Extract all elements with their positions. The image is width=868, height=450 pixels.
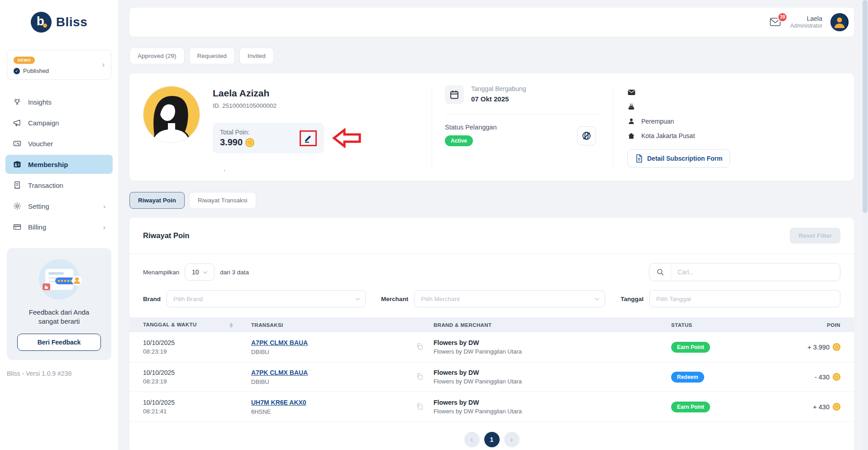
total-points-label: Total Poin: (220, 129, 254, 136)
transaction-code: DBIBU (251, 378, 308, 385)
current-page-button[interactable]: 1 (484, 432, 500, 447)
coin-icon (833, 403, 840, 411)
col-brand-merchant: BRAND & MERCHANT (434, 322, 671, 328)
brand-filter-select[interactable] (167, 290, 366, 307)
table-header: TANGGAL & WAKTU TRANSAKSI BRAND & MERCHA… (129, 317, 854, 332)
sidebar-item-setting[interactable]: Setting › (5, 196, 113, 215)
merchant-filter-select[interactable] (414, 290, 605, 307)
membership-status-tabs: Approved (29) Requested Invited (129, 48, 854, 64)
search-input[interactable] (671, 268, 840, 276)
transaction-link[interactable]: A7PK CLMX BAUA (251, 339, 308, 346)
sidebar-item-voucher[interactable]: % Voucher (5, 134, 113, 153)
demo-badge: DEMO (14, 57, 35, 64)
edit-pen-icon (303, 133, 313, 143)
home-icon (627, 132, 635, 140)
total-data-label: dari 3 data (220, 269, 249, 276)
tab-requested[interactable]: Requested (189, 48, 235, 64)
total-points-value: 3.990 (220, 137, 243, 148)
prev-page-button[interactable]: ‹ (464, 432, 480, 447)
user-avatar[interactable] (830, 13, 849, 31)
scrollbar-thumb[interactable] (863, 0, 868, 213)
sidebar: b Bliss DEMO ✓ Published › Insights Camp… (0, 0, 118, 450)
row-brand: Flowers by DW (434, 339, 671, 346)
sidebar-item-campaign[interactable]: Campaign (5, 113, 113, 132)
stray-dot: . (224, 165, 225, 172)
col-tanggal-waktu: TANGGAL & WAKTU (143, 322, 197, 327)
bliss-logo-icon: b (31, 12, 52, 33)
membership-icon (13, 160, 22, 169)
copy-icon[interactable] (415, 402, 424, 412)
visibility-off-button[interactable] (577, 126, 596, 145)
detail-subscription-button[interactable]: Detail Subscription Form (627, 149, 730, 168)
campaign-icon (13, 118, 22, 127)
feedback-message: Feedback dari Anda sangat berarti (14, 308, 104, 326)
row-merchant: Flowers by DW Paninggilan Utara (434, 408, 671, 415)
voucher-icon: % (13, 139, 22, 148)
row-time: 08:23:19 (143, 348, 251, 355)
transaction-link[interactable]: UH7M KR6E AKX0 (251, 399, 306, 406)
mail-filled-icon (627, 89, 636, 96)
row-date: 10/10/2025 (143, 399, 251, 406)
col-transaksi: TRANSAKSI (251, 322, 434, 328)
tab-riwayat-transaksi[interactable]: Riwayat Transaksi (189, 192, 256, 209)
transaction-code: DBIBU (251, 349, 308, 355)
coin-icon (245, 138, 254, 147)
date-filter-input[interactable] (649, 290, 840, 307)
riwayat-poin-card: Riwayat Poin Reset Filter Menampilkan 10… (129, 218, 854, 450)
page-size-select[interactable]: 10 (185, 263, 215, 281)
transaction-link[interactable]: A7PK CLMX BAUA (251, 369, 308, 376)
user-name: Laela (790, 14, 822, 23)
sidebar-item-transaction[interactable]: Transaction (5, 176, 113, 195)
user-meta: Laela Administrator (790, 14, 822, 30)
row-merchant: Flowers by DW Paninggilan Utara (434, 348, 671, 355)
transaction-icon (13, 181, 22, 190)
app-logo-text: Bliss (56, 15, 87, 29)
chevron-down-icon (203, 271, 208, 274)
member-city: Kota Jakarta Pusat (641, 132, 695, 139)
tab-approved[interactable]: Approved (29) (129, 48, 185, 64)
globe-off-icon (581, 130, 592, 141)
pagination: ‹ 1 › (129, 432, 854, 447)
insights-icon (13, 97, 22, 106)
reset-filter-button[interactable]: Reset Filter (790, 228, 840, 244)
notification-badge: 39 (777, 12, 787, 22)
chevron-right-icon: › (103, 202, 105, 210)
document-icon (635, 154, 643, 163)
copy-icon[interactable] (415, 342, 424, 353)
gear-icon (13, 201, 22, 211)
published-check-icon: ✓ (14, 68, 20, 74)
chevron-right-icon: › (102, 61, 105, 69)
member-gender: Perempuan (641, 118, 674, 125)
search-box (649, 263, 840, 281)
next-page-button[interactable]: › (504, 432, 520, 447)
brand-filter-label: Brand (143, 296, 161, 302)
sidebar-nav: Insights Campaign % Voucher Membership T… (0, 92, 118, 236)
chevron-down-icon (595, 297, 600, 301)
total-points-box: Total Poin: 3.990 . (213, 123, 324, 153)
row-time: 08:23:19 (143, 378, 251, 385)
search-icon[interactable] (649, 263, 671, 281)
member-gender-row: Perempuan (627, 114, 841, 129)
edit-points-button[interactable] (303, 133, 313, 144)
member-city-row: Kota Jakarta Pusat (627, 129, 841, 143)
join-date-label: Tanggal Bergabung (471, 85, 526, 92)
tab-riwayat-poin[interactable]: Riwayat Poin (129, 192, 185, 209)
member-avatar (142, 85, 201, 144)
scrollbar-track (862, 0, 868, 450)
copy-icon[interactable] (415, 372, 424, 383)
workspace-card[interactable]: DEMO ✓ Published › (7, 50, 111, 80)
tab-invited[interactable]: Invited (239, 48, 274, 64)
history-tabs: Riwayat Poin Riwayat Transaksi (129, 192, 854, 209)
sidebar-item-billing[interactable]: Billing › (5, 217, 113, 236)
give-feedback-button[interactable]: Beri Feedback (17, 334, 101, 351)
status-badge: Redeem (671, 372, 704, 383)
customer-status-block: Status Pelanggan Active (445, 115, 601, 146)
member-name: Laela Azizah (213, 88, 324, 99)
sidebar-item-membership[interactable]: Membership (5, 155, 113, 174)
sidebar-item-insights[interactable]: Insights (5, 92, 113, 111)
row-poin: + 3.990 (807, 344, 830, 351)
sort-icon[interactable] (229, 323, 233, 328)
date-filter-label: Tanggal (620, 296, 644, 302)
inbox-button[interactable]: 39 (769, 17, 782, 28)
status-badge: Earn Point (671, 342, 710, 353)
